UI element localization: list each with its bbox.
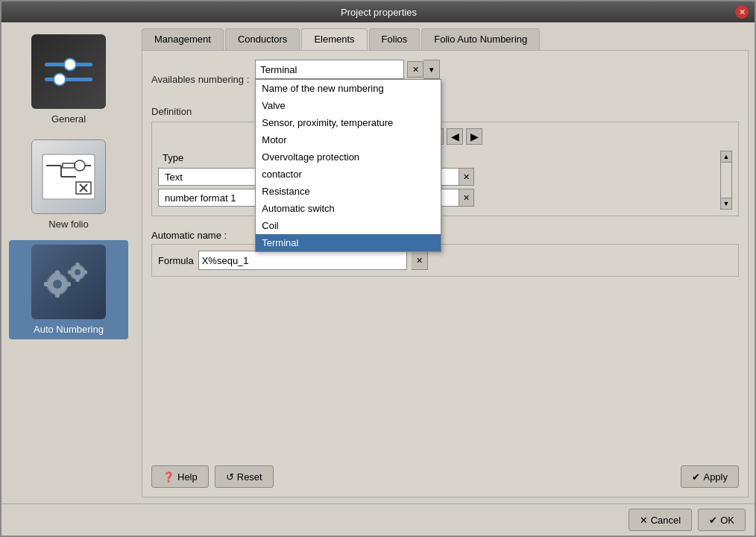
numbering-dropdown-arrow[interactable]: ▼ <box>423 60 440 79</box>
circuit-icon <box>39 151 98 203</box>
numbering-dropdown: Name of the new numbering Valve Sensor, … <box>255 79 441 252</box>
tab-management[interactable]: Management <box>142 28 224 50</box>
svg-rect-19 <box>65 282 71 286</box>
sidebar-auto-numbering-label: Auto Numbering <box>34 324 104 335</box>
gears-icon <box>39 256 98 308</box>
svg-point-23 <box>75 269 81 275</box>
tab-conductors[interactable]: Conductors <box>225 28 300 50</box>
numbering-display-value[interactable]: Terminal <box>255 60 404 79</box>
dropdown-item-coil[interactable]: Coil <box>256 217 441 234</box>
definition-box: − + ◀ ▶ Type Value <box>151 122 739 216</box>
numbering-clear-button[interactable]: ✕ <box>407 61 423 78</box>
titlebar: Project properties ✕ <box>1 1 755 22</box>
dropdown-item-contactor[interactable]: contactor <box>256 166 441 183</box>
numbering-select-wrapper: Terminal ✕ ▼ 🗑 Name of the new numbering… <box>255 60 440 98</box>
content-left-buttons: ❓ Help ↺ Reset <box>151 465 274 488</box>
help-icon: ❓ <box>163 471 174 483</box>
reset-button[interactable]: ↺ Reset <box>215 465 274 488</box>
sidebar: General <box>1 22 136 503</box>
dropdown-item-resistance[interactable]: Resistance <box>256 183 441 200</box>
formula-clear-button[interactable]: ✕ <box>412 251 428 270</box>
availables-numbering-row: Availables numbering : Terminal ✕ ▼ 🗑 Na… <box>151 60 739 98</box>
sidebar-new-folio-label: New folio <box>48 219 88 230</box>
tab-bar: Management Conductors Elements Folios Fo… <box>142 28 749 50</box>
dropdown-item-terminal[interactable]: Terminal <box>256 234 441 251</box>
sidebar-item-new-folio[interactable]: New folio <box>9 135 128 234</box>
automatic-name-box: Formula ✕ <box>151 244 739 277</box>
dropdown-item-new-numbering[interactable]: Name of the new numbering <box>256 80 441 97</box>
dropdown-item-valve[interactable]: Valve <box>256 97 441 114</box>
definition-scrollbar[interactable]: ▲ ▼ <box>720 151 732 210</box>
content-bottom-buttons: ❓ Help ↺ Reset ✔ Apply <box>151 456 739 488</box>
tab-content-elements: Availables numbering : Terminal ✕ ▼ 🗑 Na… <box>142 50 749 497</box>
sidebar-item-auto-numbering[interactable]: Auto Numbering <box>9 240 128 339</box>
ok-button[interactable]: ✔ OK <box>698 509 746 531</box>
svg-point-1 <box>64 59 76 71</box>
formula-label: Formula <box>158 255 194 266</box>
scroll-up-btn[interactable]: ▲ <box>720 151 732 163</box>
help-button[interactable]: ❓ Help <box>151 465 209 488</box>
automatic-name-section: Automatic name : Formula ✕ <box>151 230 739 277</box>
apply-button[interactable]: ✔ Apply <box>681 465 739 488</box>
svg-rect-24 <box>76 263 80 267</box>
close-button[interactable]: ✕ <box>735 5 749 19</box>
svg-rect-18 <box>44 282 50 286</box>
availables-numbering-label: Availables numbering : <box>151 74 249 85</box>
numbering-select-container: Terminal ✕ ▼ <box>255 60 440 79</box>
cancel-x-icon: ✕ <box>640 515 648 526</box>
content-spacer <box>151 277 739 456</box>
dropdown-item-overvoltage[interactable]: Overvoltage protection <box>256 148 441 166</box>
dropdown-item-automatic-switch[interactable]: Automatic switch <box>256 200 441 217</box>
sliders-icon <box>39 49 98 94</box>
cancel-button[interactable]: ✕ Cancel <box>629 509 692 531</box>
value-clear-1[interactable]: ✕ <box>459 189 474 207</box>
left-button[interactable]: ◀ <box>447 128 463 145</box>
ok-checkmark-icon: ✔ <box>709 515 717 526</box>
scroll-down-btn[interactable]: ▼ <box>720 198 732 210</box>
svg-point-3 <box>54 74 66 86</box>
dropdown-item-motor[interactable]: Motor <box>256 131 441 148</box>
apply-checkmark-icon: ✔ <box>692 471 700 483</box>
tab-folios[interactable]: Folios <box>369 28 420 50</box>
type-value-area: Type Value Text <box>158 151 732 210</box>
svg-rect-17 <box>55 292 60 298</box>
formula-input[interactable] <box>198 251 407 270</box>
value-clear-0[interactable]: ✕ <box>459 168 474 186</box>
window-title: Project properties <box>22 7 735 18</box>
tab-elements[interactable]: Elements <box>301 28 367 50</box>
definition-section: Definition − + ◀ ▶ <box>151 106 739 224</box>
sidebar-item-general[interactable]: General <box>9 30 128 129</box>
dropdown-item-sensor[interactable]: Sensor, proximity, temperature <box>256 114 441 131</box>
svg-rect-26 <box>68 271 72 274</box>
formula-row: Formula ✕ <box>158 251 732 270</box>
content-right-buttons: ✔ Apply <box>681 465 739 488</box>
svg-point-15 <box>53 280 62 289</box>
new-folio-icon-container <box>31 139 106 214</box>
svg-rect-25 <box>76 277 80 282</box>
automatic-name-label: Automatic name : <box>151 230 739 241</box>
main-panel: Management Conductors Elements Folios Fo… <box>136 22 755 503</box>
general-icon-container <box>31 34 106 109</box>
scroll-track <box>720 163 732 198</box>
main-window: Project properties ✕ General <box>0 0 756 537</box>
right-button[interactable]: ▶ <box>466 128 482 145</box>
auto-numbering-icon-container <box>31 245 106 319</box>
reset-icon: ↺ <box>226 471 234 483</box>
content-area: General <box>1 22 755 503</box>
sidebar-general-label: General <box>51 113 86 125</box>
svg-rect-27 <box>83 271 87 274</box>
definition-label: Definition <box>151 106 739 117</box>
window-bottom-bar: ✕ Cancel ✔ OK <box>1 503 755 536</box>
svg-rect-2 <box>45 78 92 81</box>
tab-folio-auto-numbering[interactable]: Folio Auto Numbering <box>421 28 540 50</box>
definition-btn-row: − + ◀ ▶ <box>158 128 732 145</box>
